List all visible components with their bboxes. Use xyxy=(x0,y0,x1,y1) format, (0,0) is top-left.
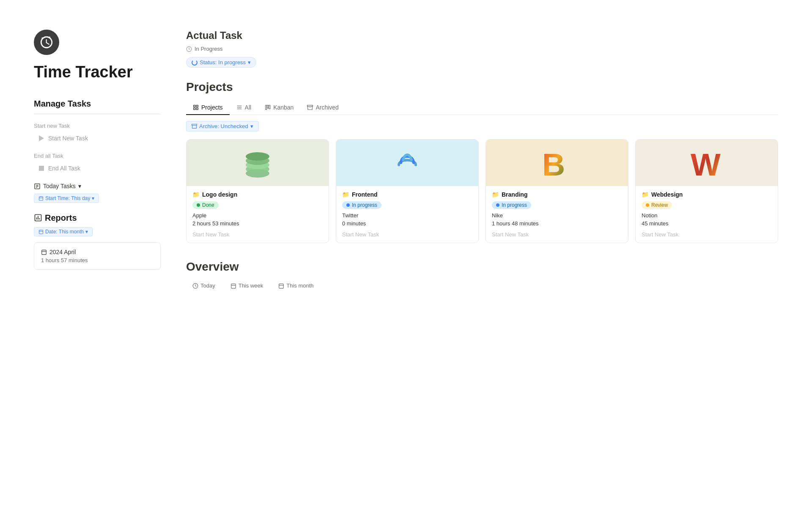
overview-month-label: This month xyxy=(286,282,313,289)
svg-rect-14 xyxy=(42,250,47,255)
overview-tab-today[interactable]: Today xyxy=(186,280,222,292)
project-card-branding[interactable]: B 📁 Branding xyxy=(486,139,628,243)
tab-all[interactable]: All xyxy=(230,101,258,115)
svg-rect-25 xyxy=(267,105,269,108)
start-time-filter[interactable]: Start Time: This day ▾ xyxy=(34,194,99,203)
tab-projects-label: Projects xyxy=(201,104,223,111)
spinner-icon xyxy=(192,60,198,66)
archive-icon xyxy=(307,104,313,110)
start-new-task-label: Start New Task xyxy=(48,135,88,142)
status-dot-frontend xyxy=(346,203,350,207)
card-name-logo: 📁 Logo design xyxy=(192,191,323,198)
webdesign-image: W xyxy=(690,144,724,182)
svg-point-34 xyxy=(246,152,269,161)
svg-rect-20 xyxy=(196,108,198,110)
svg-rect-18 xyxy=(196,105,198,107)
status-badge-branding: In progress xyxy=(492,201,531,209)
status-badge-logo: Done xyxy=(192,201,219,209)
card-time-frontend: 0 minutes xyxy=(342,220,472,227)
reports-label: Reports xyxy=(45,213,77,223)
end-all-task-label: End All Task xyxy=(48,165,80,172)
end-task-label: End all Task xyxy=(34,153,161,159)
card-start-btn-frontend[interactable]: Start New Task xyxy=(342,231,379,238)
in-progress-row: In Progress xyxy=(186,46,778,52)
overview-tab-month[interactable]: This month xyxy=(272,280,320,292)
start-time-filter-label: Start Time: This day xyxy=(45,195,90,201)
tab-all-label: All xyxy=(245,104,252,111)
card-start-btn-logo[interactable]: Start New Task xyxy=(192,231,229,238)
start-task-label: Start new Task xyxy=(34,123,161,129)
status-dot-branding xyxy=(496,203,499,207)
app-title: Time Tracker xyxy=(34,63,161,82)
project-card-logo[interactable]: 📁 Logo design Done Apple 2 hours 53 minu… xyxy=(186,139,329,243)
card-time-webdesign: 45 minutes xyxy=(642,220,772,227)
overview-tab-week[interactable]: This week xyxy=(224,280,270,292)
card-body-frontend: 📁 Frontend In progress Twitter 0 minutes… xyxy=(336,186,478,243)
tab-archived-label: Archived xyxy=(315,104,338,111)
tab-kanban[interactable]: Kanban xyxy=(258,101,300,115)
card-image-branding: B xyxy=(486,140,628,186)
report-card-month: 2024 April xyxy=(49,249,76,255)
main-content: Actual Task In Progress Status: In progr… xyxy=(186,25,778,292)
timer-icon xyxy=(39,35,54,49)
card-body-branding: 📁 Branding In progress Nike 1 hours 48 m… xyxy=(486,186,628,243)
svg-text:B: B xyxy=(542,147,565,182)
tab-projects[interactable]: Projects xyxy=(186,101,230,115)
archive-filter-label: Archive: Unchecked xyxy=(199,123,248,129)
date-filter-label: Date: This month xyxy=(45,229,84,235)
projects-title: Projects xyxy=(186,80,778,94)
logo-design-image xyxy=(243,144,272,182)
card-image-webdesign: W xyxy=(636,140,778,186)
overview-today-label: Today xyxy=(200,282,215,289)
svg-rect-19 xyxy=(194,108,195,110)
end-all-task-button[interactable]: End All Task xyxy=(34,162,161,174)
project-card-webdesign[interactable]: W 📁 Webdesign Review Notion 45 minutes S… xyxy=(635,139,778,243)
reports-heading-row: Reports xyxy=(34,213,161,223)
list-icon xyxy=(236,104,242,110)
date-filter[interactable]: Date: This month ▾ xyxy=(34,227,93,236)
status-filter[interactable]: Status: In progress ▾ xyxy=(186,57,256,68)
project-card-frontend[interactable]: 📁 Frontend In progress Twitter 0 minutes… xyxy=(336,139,479,243)
calendar-week-icon xyxy=(230,283,236,289)
svg-rect-4 xyxy=(39,197,43,200)
svg-rect-40 xyxy=(279,284,284,288)
divider xyxy=(34,114,161,114)
reports-icon xyxy=(34,214,42,222)
card-client-branding: Nike xyxy=(492,212,622,219)
card-client-frontend: Twitter xyxy=(342,212,472,219)
stop-icon xyxy=(38,165,45,172)
card-image-frontend xyxy=(336,140,478,186)
archive-filter-icon xyxy=(192,123,197,129)
card-body-logo: 📁 Logo design Done Apple 2 hours 53 minu… xyxy=(187,186,329,243)
start-new-task-button[interactable]: Start New Task xyxy=(34,132,161,144)
report-card: 2024 April 1 hours 57 minutes xyxy=(34,242,161,270)
clock-today-icon xyxy=(192,283,198,289)
status-badge-webdesign: Review xyxy=(642,201,672,209)
card-start-btn-webdesign[interactable]: Start New Task xyxy=(642,231,678,238)
frontend-image xyxy=(392,144,422,182)
card-start-btn-branding[interactable]: Start New Task xyxy=(492,231,529,238)
today-tasks-chevron: ▾ xyxy=(78,183,81,189)
archive-filter[interactable]: Archive: Unchecked ▾ xyxy=(186,121,259,132)
status-dot-webdesign xyxy=(646,203,649,207)
sidebar: Time Tracker Manage Tasks Start new Task… xyxy=(34,25,161,292)
svg-rect-24 xyxy=(266,105,267,110)
calendar-report-icon xyxy=(41,249,47,255)
status-dot-logo xyxy=(197,203,200,207)
folder-icon-branding: 📁 xyxy=(492,191,499,198)
play-icon xyxy=(38,135,45,142)
chevron-down-icon: ▾ xyxy=(92,195,94,201)
grid-icon xyxy=(193,104,199,110)
svg-text:W: W xyxy=(691,147,721,182)
svg-rect-29 xyxy=(192,124,197,126)
projects-tabs: Projects All Kanban Archived xyxy=(186,101,778,115)
tab-kanban-label: Kanban xyxy=(273,104,294,111)
svg-rect-12 xyxy=(39,230,43,234)
checklist-icon xyxy=(34,183,41,189)
today-tasks-row: Today Tasks ▾ xyxy=(34,183,161,189)
calendar-month-icon xyxy=(278,283,284,289)
tab-archived[interactable]: Archived xyxy=(300,101,345,115)
card-body-webdesign: 📁 Webdesign Review Notion 45 minutes Sta… xyxy=(636,186,778,243)
overview-title: Overview xyxy=(186,260,778,274)
chevron-down-icon-date: ▾ xyxy=(85,229,88,235)
